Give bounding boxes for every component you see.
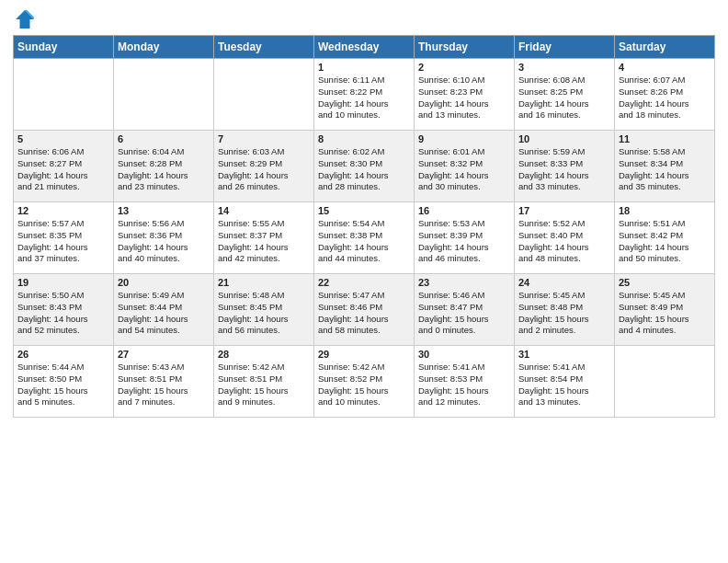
header-cell-sunday: Sunday — [14, 36, 114, 59]
day-info: Sunrise: 5:45 AM Sunset: 8:49 PM Dayligh… — [619, 290, 711, 337]
calendar-cell: 9Sunrise: 6:01 AM Sunset: 8:32 PM Daylig… — [415, 131, 515, 202]
day-info: Sunrise: 5:43 AM Sunset: 8:51 PM Dayligh… — [118, 362, 210, 408]
day-number: 14 — [218, 205, 310, 216]
day-number: 27 — [118, 349, 210, 360]
day-number: 2 — [418, 62, 510, 73]
day-number: 25 — [619, 277, 711, 288]
day-info: Sunrise: 5:45 AM Sunset: 8:48 PM Dayligh… — [518, 290, 610, 337]
day-info: Sunrise: 5:52 AM Sunset: 8:40 PM Dayligh… — [518, 218, 610, 265]
calendar-cell: 23Sunrise: 5:46 AM Sunset: 8:47 PM Dayli… — [415, 274, 515, 346]
day-number: 13 — [118, 205, 210, 216]
header-cell-tuesday: Tuesday — [214, 36, 314, 59]
day-number: 21 — [218, 277, 310, 288]
calendar-cell: 16Sunrise: 5:53 AM Sunset: 8:39 PM Dayli… — [415, 202, 515, 274]
day-info: Sunrise: 6:03 AM Sunset: 8:29 PM Dayligh… — [218, 146, 310, 193]
calendar-cell: 31Sunrise: 5:41 AM Sunset: 8:54 PM Dayli… — [515, 346, 615, 418]
day-info: Sunrise: 5:44 AM Sunset: 8:50 PM Dayligh… — [17, 362, 109, 408]
day-number: 20 — [118, 277, 210, 288]
day-number: 8 — [318, 133, 410, 144]
day-info: Sunrise: 5:46 AM Sunset: 8:47 PM Dayligh… — [418, 290, 510, 337]
day-number: 10 — [518, 133, 610, 144]
day-number: 17 — [518, 205, 610, 216]
calendar-cell — [615, 346, 715, 418]
week-row-3: 12Sunrise: 5:57 AM Sunset: 8:35 PM Dayli… — [14, 202, 715, 274]
calendar-cell: 15Sunrise: 5:54 AM Sunset: 8:38 PM Dayli… — [314, 202, 415, 274]
day-info: Sunrise: 5:54 AM Sunset: 8:38 PM Dayligh… — [318, 218, 410, 265]
header — [13, 9, 715, 29]
logo-icon — [15, 9, 35, 29]
header-cell-thursday: Thursday — [415, 36, 515, 59]
day-number: 6 — [118, 133, 210, 144]
day-number: 30 — [418, 349, 510, 360]
calendar-cell: 19Sunrise: 5:50 AM Sunset: 8:43 PM Dayli… — [14, 274, 114, 346]
day-info: Sunrise: 6:04 AM Sunset: 8:28 PM Dayligh… — [118, 146, 210, 193]
day-number: 31 — [518, 349, 610, 360]
calendar-cell: 22Sunrise: 5:47 AM Sunset: 8:46 PM Dayli… — [314, 274, 415, 346]
day-info: Sunrise: 5:55 AM Sunset: 8:37 PM Dayligh… — [218, 218, 310, 265]
day-info: Sunrise: 5:50 AM Sunset: 8:43 PM Dayligh… — [17, 290, 109, 337]
calendar-cell: 28Sunrise: 5:42 AM Sunset: 8:51 PM Dayli… — [214, 346, 314, 418]
day-number: 15 — [318, 205, 410, 216]
calendar-cell: 5Sunrise: 6:06 AM Sunset: 8:27 PM Daylig… — [14, 131, 114, 202]
calendar-body: 1Sunrise: 6:11 AM Sunset: 8:22 PM Daylig… — [14, 59, 715, 418]
page-container: SundayMondayTuesdayWednesdayThursdayFrid… — [0, 0, 728, 427]
calendar-cell: 26Sunrise: 5:44 AM Sunset: 8:50 PM Dayli… — [14, 346, 114, 418]
day-number: 28 — [218, 349, 310, 360]
calendar-cell: 6Sunrise: 6:04 AM Sunset: 8:28 PM Daylig… — [114, 131, 214, 202]
header-cell-monday: Monday — [114, 36, 214, 59]
header-cell-wednesday: Wednesday — [314, 36, 415, 59]
day-info: Sunrise: 5:59 AM Sunset: 8:33 PM Dayligh… — [518, 146, 610, 193]
day-info: Sunrise: 5:56 AM Sunset: 8:36 PM Dayligh… — [118, 218, 210, 265]
day-info: Sunrise: 6:01 AM Sunset: 8:32 PM Dayligh… — [418, 146, 510, 193]
week-row-4: 19Sunrise: 5:50 AM Sunset: 8:43 PM Dayli… — [14, 274, 715, 346]
day-info: Sunrise: 5:58 AM Sunset: 8:34 PM Dayligh… — [619, 146, 711, 193]
calendar-header: SundayMondayTuesdayWednesdayThursdayFrid… — [14, 36, 715, 59]
calendar-table: SundayMondayTuesdayWednesdayThursdayFrid… — [13, 35, 715, 418]
header-row: SundayMondayTuesdayWednesdayThursdayFrid… — [14, 36, 715, 59]
calendar-cell: 4Sunrise: 6:07 AM Sunset: 8:26 PM Daylig… — [615, 59, 715, 131]
calendar-cell: 14Sunrise: 5:55 AM Sunset: 8:37 PM Dayli… — [214, 202, 314, 274]
day-info: Sunrise: 5:41 AM Sunset: 8:53 PM Dayligh… — [418, 362, 510, 408]
day-number: 22 — [318, 277, 410, 288]
calendar-cell: 27Sunrise: 5:43 AM Sunset: 8:51 PM Dayli… — [114, 346, 214, 418]
day-info: Sunrise: 5:48 AM Sunset: 8:45 PM Dayligh… — [218, 290, 310, 337]
day-number: 9 — [418, 133, 510, 144]
day-info: Sunrise: 6:02 AM Sunset: 8:30 PM Dayligh… — [318, 146, 410, 193]
day-info: Sunrise: 5:53 AM Sunset: 8:39 PM Dayligh… — [418, 218, 510, 265]
day-number: 26 — [17, 349, 109, 360]
calendar-cell: 1Sunrise: 6:11 AM Sunset: 8:22 PM Daylig… — [314, 59, 415, 131]
calendar-cell — [214, 59, 314, 131]
calendar-cell — [114, 59, 214, 131]
day-info: Sunrise: 5:47 AM Sunset: 8:46 PM Dayligh… — [318, 290, 410, 337]
calendar-cell: 12Sunrise: 5:57 AM Sunset: 8:35 PM Dayli… — [14, 202, 114, 274]
day-number: 3 — [518, 62, 610, 73]
day-info: Sunrise: 6:10 AM Sunset: 8:23 PM Dayligh… — [418, 75, 510, 121]
day-number: 1 — [318, 62, 410, 73]
calendar-cell: 13Sunrise: 5:56 AM Sunset: 8:36 PM Dayli… — [114, 202, 214, 274]
week-row-1: 1Sunrise: 6:11 AM Sunset: 8:22 PM Daylig… — [14, 59, 715, 131]
calendar-cell: 21Sunrise: 5:48 AM Sunset: 8:45 PM Dayli… — [214, 274, 314, 346]
day-number: 16 — [418, 205, 510, 216]
day-number: 5 — [17, 133, 109, 144]
day-number: 18 — [619, 205, 711, 216]
day-info: Sunrise: 5:42 AM Sunset: 8:52 PM Dayligh… — [318, 362, 410, 408]
week-row-2: 5Sunrise: 6:06 AM Sunset: 8:27 PM Daylig… — [14, 131, 715, 202]
calendar-cell — [14, 59, 114, 131]
day-info: Sunrise: 5:41 AM Sunset: 8:54 PM Dayligh… — [518, 362, 610, 408]
day-number: 12 — [17, 205, 109, 216]
header-cell-saturday: Saturday — [615, 36, 715, 59]
svg-marker-0 — [16, 10, 34, 29]
day-number: 7 — [218, 133, 310, 144]
header-cell-friday: Friday — [515, 36, 615, 59]
day-number: 4 — [619, 62, 711, 73]
logo — [13, 9, 35, 29]
day-info: Sunrise: 6:11 AM Sunset: 8:22 PM Dayligh… — [318, 75, 410, 121]
calendar-cell: 10Sunrise: 5:59 AM Sunset: 8:33 PM Dayli… — [515, 131, 615, 202]
calendar-cell: 30Sunrise: 5:41 AM Sunset: 8:53 PM Dayli… — [415, 346, 515, 418]
calendar-cell: 3Sunrise: 6:08 AM Sunset: 8:25 PM Daylig… — [515, 59, 615, 131]
day-info: Sunrise: 6:07 AM Sunset: 8:26 PM Dayligh… — [619, 75, 711, 121]
day-number: 11 — [619, 133, 711, 144]
calendar-cell: 18Sunrise: 5:51 AM Sunset: 8:42 PM Dayli… — [615, 202, 715, 274]
calendar-cell: 8Sunrise: 6:02 AM Sunset: 8:30 PM Daylig… — [314, 131, 415, 202]
calendar-cell: 25Sunrise: 5:45 AM Sunset: 8:49 PM Dayli… — [615, 274, 715, 346]
